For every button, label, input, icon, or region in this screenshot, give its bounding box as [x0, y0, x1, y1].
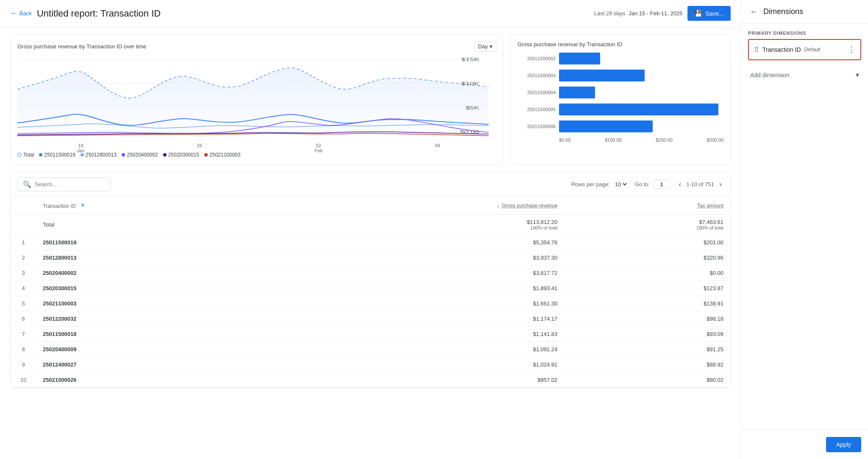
bar-label-5: 25011500006	[517, 124, 556, 129]
apply-button[interactable]: Apply	[826, 437, 861, 452]
legend-dot-4	[163, 153, 167, 157]
row-rank-3: 3	[11, 266, 36, 281]
goto-label: Go to:	[635, 181, 650, 188]
bar-track-2	[559, 70, 723, 81]
line-chart-container: Gross purchase revenue by Transaction ID…	[10, 34, 504, 165]
col-header-rank	[11, 197, 36, 215]
col-header-gross-revenue-label: Gross purchase revenue	[502, 203, 557, 209]
row-tax-5: $138.91	[564, 296, 730, 311]
date-range: Last 28 days Jan 15 - Feb 11, 2025	[594, 10, 683, 17]
panel-header: ← Dimensions	[741, 0, 868, 24]
dimension-badge: Default	[804, 47, 821, 53]
goto-input[interactable]	[653, 180, 670, 189]
row-gross-2: $3,937.30	[263, 250, 564, 266]
row-rank-4: 4	[11, 281, 36, 296]
granularity-dropdown[interactable]: Day ▾	[474, 41, 496, 52]
row-tax-1: $201.00	[564, 235, 730, 250]
dimension-item-left: ⠿ Transaction ID Default	[754, 46, 821, 54]
prev-page-button[interactable]: ‹	[677, 179, 683, 190]
col-header-tax-amount-label: Tax amount	[697, 203, 723, 209]
page-info-text: 1-10 of 751	[686, 181, 714, 188]
bar-chart-title: Gross purchase revenue by Transaction ID	[517, 41, 723, 48]
save-icon: 💾	[694, 9, 703, 17]
legend-dot-1	[39, 153, 42, 157]
total-tax-value: $7,463.61	[571, 219, 723, 225]
bar-row-2: 25011500003	[517, 70, 723, 81]
back-arrow-icon: ←	[10, 9, 18, 18]
line-chart-title: Gross purchase revenue by Transaction ID…	[17, 43, 146, 50]
table-row: 7 25011500018 $1,141.83 $93.09	[11, 327, 730, 342]
back-link[interactable]: ← Back	[10, 9, 32, 18]
table-row: 1 25011500019 $5,354.76 $201.00	[11, 235, 730, 250]
row-tax-2: $320.96	[564, 250, 730, 266]
row-tax-3: $0.00	[564, 266, 730, 281]
back-label: Back	[19, 10, 32, 17]
svg-text:$10K: $10K	[461, 81, 479, 86]
bar-label-3: 25011500004	[517, 90, 556, 95]
rows-per-page-label: Rows per page:	[571, 181, 610, 188]
panel-back-button[interactable]: ←	[750, 7, 758, 17]
row-id-3: 25020400002	[36, 266, 263, 281]
bar-label-2: 25011500003	[517, 73, 556, 78]
search-input[interactable]	[35, 181, 105, 188]
date-label: Last 28 days	[594, 10, 626, 17]
date-range-value: Jan 15 - Feb 11, 2025	[629, 10, 682, 17]
bar-fill-1	[559, 53, 600, 64]
report-body: Gross purchase revenue by Transaction ID…	[0, 27, 741, 459]
page-info: ‹ 1-10 of 751 ›	[677, 179, 723, 190]
col-header-transaction-id[interactable]: Transaction ID +	[36, 197, 263, 215]
bar-chart-area: 25011500002 25011500003 25	[517, 53, 723, 143]
svg-text:$5K: $5K	[465, 106, 479, 110]
row-id-8: 25020400009	[36, 342, 263, 357]
drag-icon: ⠿	[754, 46, 759, 54]
row-tax-9: $88.92	[564, 357, 730, 372]
table-row: 3 25020400002 $3,617.72 $0.00	[11, 266, 730, 281]
search-box[interactable]: 🔍	[17, 177, 111, 191]
dimension-more-button[interactable]: ⋮	[848, 45, 855, 54]
row-id-1: 25011500019	[36, 235, 263, 250]
row-tax-4: $123.87	[564, 281, 730, 296]
svg-text:$15K: $15K	[461, 57, 479, 62]
next-page-button[interactable]: ›	[718, 179, 723, 190]
dimension-item-transaction-id: ⠿ Transaction ID Default ⋮	[751, 42, 859, 58]
total-gross: $113,812.20 100% of total	[263, 215, 564, 235]
table-row: 4 25020300015 $1,893.41 $123.87	[11, 281, 730, 296]
panel-footer: Apply	[741, 430, 868, 459]
table-row: 8 25020400009 $1,091.24 $91.25	[11, 342, 730, 357]
bar-row-1: 25011500002	[517, 53, 723, 64]
save-label: Save...	[705, 10, 724, 17]
rows-per-page-select[interactable]: 10 25 50	[613, 181, 628, 188]
bar-row-3: 25011500004	[517, 87, 723, 98]
row-tax-8: $91.25	[564, 342, 730, 357]
col-header-tax-amount[interactable]: Tax amount	[564, 197, 730, 215]
header-left: ← Back Untitled report: Transaction ID	[10, 8, 161, 19]
goto: Go to:	[635, 180, 670, 189]
add-column-button[interactable]: +	[81, 201, 85, 210]
add-dimension-label: Add dimension	[750, 72, 790, 78]
row-rank-5: 5	[11, 296, 36, 311]
table-section: 🔍 Rows per page: 10 25 50	[10, 172, 731, 388]
bar-track-3	[559, 87, 723, 98]
dimension-name: Transaction ID	[762, 46, 801, 53]
legend-dot-5	[204, 153, 208, 157]
table-row: 9 25012400027 $1,024.91 $88.92	[11, 357, 730, 372]
row-rank-2: 2	[11, 250, 36, 266]
row-rank-10: 10	[11, 372, 36, 388]
header-right: Last 28 days Jan 15 - Feb 11, 2025 💾 Sav…	[594, 6, 731, 21]
chevron-down-icon: ▾	[856, 71, 859, 79]
data-table: Transaction ID + ↓ Gross purchase revenu…	[11, 197, 730, 388]
save-button[interactable]: 💾 Save...	[687, 6, 731, 21]
bar-row-5: 25011500006	[517, 120, 723, 132]
legend-total-icon	[17, 153, 22, 157]
row-id-6: 25012200032	[36, 311, 263, 327]
row-rank-9: 9	[11, 357, 36, 372]
bar-x-0: $0.00	[559, 137, 571, 143]
col-header-gross-revenue[interactable]: ↓ Gross purchase revenue	[263, 197, 564, 215]
total-rank	[11, 215, 36, 235]
bar-track-4	[559, 104, 723, 115]
row-id-5: 25021100003	[36, 296, 263, 311]
legend-dot-3	[122, 153, 125, 157]
row-id-4: 25020300015	[36, 281, 263, 296]
add-dimension[interactable]: Add dimension ▾	[748, 67, 861, 83]
row-tax-10: $80.02	[564, 372, 730, 388]
